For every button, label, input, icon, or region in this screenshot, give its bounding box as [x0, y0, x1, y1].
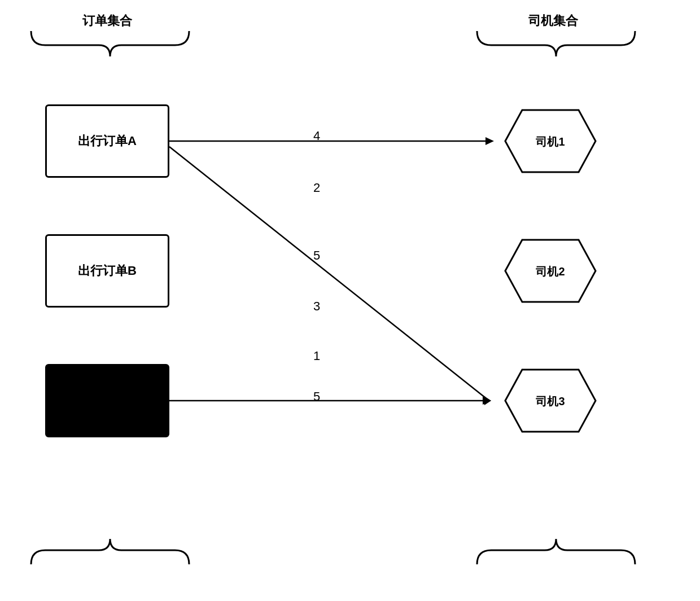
- arrow-label-1: 1: [313, 349, 320, 363]
- svg-text:司机1: 司机1: [536, 135, 565, 148]
- svg-line-2: [169, 147, 485, 398]
- driver-hex-1: 司机1: [485, 102, 615, 181]
- arrow-label-3: 3: [313, 299, 320, 314]
- arrow-label-5-lower: 5: [313, 389, 320, 404]
- svg-text:司机2: 司机2: [536, 265, 565, 278]
- order-box-a: 出行订单A: [45, 104, 169, 178]
- arrow-label-4: 4: [313, 129, 320, 143]
- order-box-c: [45, 364, 169, 437]
- left-group-label: 订单集合: [45, 12, 169, 29]
- right-group-label: 司机集合: [491, 12, 615, 29]
- driver-hex-2: 司机2: [485, 231, 615, 310]
- order-a-label: 出行订单A: [78, 133, 137, 150]
- driver-hex-3: 司机3: [485, 361, 615, 440]
- order-box-b: 出行订单B: [45, 234, 169, 308]
- svg-text:司机3: 司机3: [536, 395, 565, 407]
- diagram-container: 订单集合 司机集合 出行订单A 出行订单B: [0, 0, 700, 601]
- arrow-label-2: 2: [313, 181, 320, 195]
- order-b-label: 出行订单B: [78, 262, 137, 279]
- arrow-label-5-upper: 5: [313, 248, 320, 263]
